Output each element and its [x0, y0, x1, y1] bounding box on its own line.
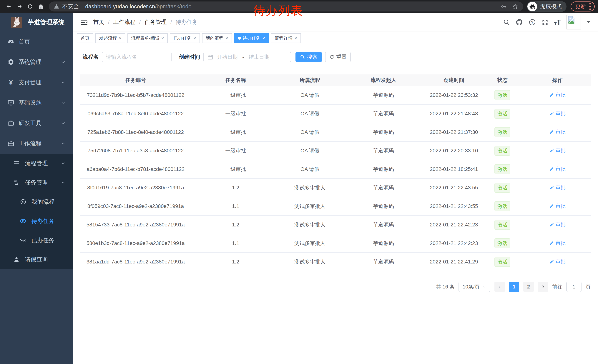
- tab-todo-tasks[interactable]: 待办任务 ×: [234, 33, 269, 43]
- font-size-icon[interactable]: TT: [554, 19, 561, 26]
- table-row: 8f059c03-7ac8-11ec-a9e2-a2380e71991a 1.1…: [80, 197, 590, 216]
- sidebar-item-leave-query[interactable]: 请假查询: [0, 250, 73, 269]
- sidebar-item-task-management[interactable]: 任务管理: [0, 173, 73, 192]
- task-initiator: 芋道源码: [340, 86, 427, 105]
- tab-close-icon[interactable]: ×: [294, 36, 297, 40]
- tab-close-icon[interactable]: ×: [225, 36, 228, 40]
- tab-process-detail[interactable]: 流程详情 ×: [271, 33, 301, 43]
- approve-link[interactable]: 审批: [549, 221, 565, 228]
- bookmark-star-icon[interactable]: [512, 3, 518, 10]
- github-icon[interactable]: [515, 18, 523, 26]
- breadcrumb-separator: /: [139, 19, 141, 25]
- approve-link[interactable]: 审批: [549, 166, 565, 172]
- tab-close-icon[interactable]: ×: [119, 36, 122, 40]
- sidebar-item-process-management[interactable]: 流程管理: [0, 154, 73, 173]
- approve-link[interactable]: 审批: [549, 203, 565, 209]
- url-host: dashboard.yudao.iocoder.cn: [85, 3, 155, 9]
- search-icon[interactable]: [503, 19, 510, 26]
- help-icon[interactable]: ?: [529, 18, 536, 26]
- task-initiator: 芋道源码: [340, 178, 427, 197]
- browser-back-icon[interactable]: [3, 1, 14, 12]
- calendar-icon: [207, 54, 213, 60]
- task-id: 8f0d1619-7ac8-11ec-a9e2-a2380e71991a: [80, 178, 191, 197]
- face-icon: [20, 198, 27, 205]
- tab-start-process[interactable]: 发起流程 ×: [95, 33, 125, 43]
- date-range-separator: -: [241, 54, 245, 60]
- goto-page-input[interactable]: [566, 282, 581, 292]
- task-created: 2022-01-21 22:42:23: [427, 234, 481, 252]
- prev-page-button[interactable]: [494, 282, 505, 292]
- next-page-button[interactable]: [538, 282, 548, 292]
- eye-closed-icon: [20, 237, 27, 244]
- tab-close-icon[interactable]: ×: [193, 36, 196, 40]
- sidebar-item-dev-tools[interactable]: 研发工具: [0, 113, 73, 133]
- tab-home[interactable]: 首页: [77, 33, 93, 43]
- approve-link[interactable]: 审批: [549, 92, 565, 98]
- sidebar-item-infrastructure[interactable]: 基础设施: [0, 93, 73, 113]
- start-date-input[interactable]: [213, 54, 241, 60]
- url-divider: [82, 4, 82, 9]
- chevron-down-icon: [61, 121, 66, 126]
- approve-link[interactable]: 审批: [549, 110, 565, 117]
- task-created: 2022-01-22 23:53:32: [427, 86, 481, 105]
- sidebar-item-done-tasks[interactable]: 已办任务: [0, 231, 73, 250]
- update-button[interactable]: 更新: [571, 1, 595, 11]
- end-date-input[interactable]: [245, 54, 273, 60]
- search-button-icon: [300, 54, 305, 60]
- breadcrumb-task-management[interactable]: 任务管理: [144, 18, 167, 26]
- browser-home-icon[interactable]: [36, 1, 46, 12]
- page-button-2[interactable]: 2: [523, 282, 534, 292]
- process-name-input[interactable]: [102, 52, 172, 62]
- browser-reload-icon[interactable]: [25, 1, 36, 12]
- search-button[interactable]: 搜索: [295, 52, 322, 62]
- tab-done-tasks[interactable]: 已办任务 ×: [170, 33, 200, 43]
- tab-my-process[interactable]: 我的流程 ×: [202, 33, 232, 43]
- task-initiator: 芋道源码: [340, 197, 427, 216]
- sidebar-item-label: 任务管理: [25, 179, 48, 186]
- col-task-id: 任务编号: [80, 74, 191, 86]
- goto-unit-label: 页: [586, 283, 590, 290]
- sidebar-item-home[interactable]: 首页: [0, 32, 73, 52]
- task-id: 58154733-7ac8-11ec-a9e2-a2380e71991a: [80, 216, 191, 234]
- task-created: 2022-01-21 22:43:55: [427, 178, 481, 197]
- list-tree-icon: [13, 160, 20, 167]
- task-created: 2022-01-22 18:25:41: [427, 160, 481, 178]
- date-range-picker[interactable]: -: [203, 52, 291, 62]
- sidebar-collapse-icon[interactable]: [80, 18, 88, 26]
- chevron-down-icon: [61, 80, 66, 85]
- approve-link[interactable]: 审批: [549, 129, 565, 135]
- briefcase-icon: [8, 140, 15, 147]
- task-process: 测试多审批人: [280, 252, 340, 271]
- approve-link[interactable]: 审批: [549, 240, 565, 246]
- approve-link[interactable]: 审批: [549, 147, 565, 154]
- browser-forward-icon[interactable]: [14, 1, 25, 12]
- browser-menu-kebab-icon[interactable]: [589, 3, 591, 10]
- breadcrumb-workflow[interactable]: 工作流程: [113, 18, 135, 26]
- task-process: 测试多审批人: [280, 178, 340, 197]
- sidebar-item-label: 请假查询: [25, 256, 48, 263]
- avatar[interactable]: [566, 15, 581, 29]
- sidebar-item-workflow[interactable]: 工作流程: [0, 133, 73, 154]
- sidebar-item-todo-tasks[interactable]: 待办任务: [0, 211, 73, 231]
- sidebar-item-system[interactable]: 系统管理: [0, 52, 73, 72]
- approve-link[interactable]: 审批: [549, 258, 565, 265]
- breadcrumb: 首页 / 工作流程 / 任务管理 / 待办任务: [93, 18, 198, 26]
- page-size-select[interactable]: 10条/页: [458, 282, 490, 292]
- reset-button[interactable]: 重置: [325, 52, 351, 62]
- avatar-dropdown-caret-icon[interactable]: [587, 21, 590, 25]
- key-icon[interactable]: [500, 3, 507, 10]
- chevron-down-icon: [61, 161, 66, 166]
- sidebar-item-my-process[interactable]: 我的流程: [0, 192, 73, 211]
- breadcrumb-home[interactable]: 首页: [93, 18, 104, 26]
- sidebar-item-label: 已办任务: [32, 236, 54, 244]
- pagination: 共 16 条 10条/页 1 2 前往 页: [80, 282, 590, 292]
- col-task-name: 任务名称: [191, 74, 280, 86]
- tab-close-icon[interactable]: ×: [262, 36, 265, 40]
- tab-close-icon[interactable]: ×: [161, 36, 164, 40]
- approve-link[interactable]: 审批: [549, 184, 565, 191]
- dashboard-icon: [8, 38, 15, 45]
- tab-process-form-edit[interactable]: 流程表单-编辑 ×: [127, 33, 168, 43]
- sidebar-item-payment[interactable]: ¥ 支付管理: [0, 72, 73, 93]
- page-button-1[interactable]: 1: [509, 282, 519, 292]
- fullscreen-icon[interactable]: [541, 19, 548, 26]
